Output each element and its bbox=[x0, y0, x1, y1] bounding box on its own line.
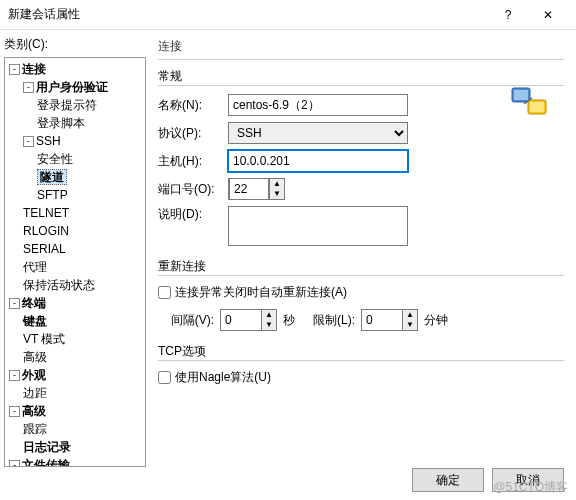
tree-auth[interactable]: 用户身份验证 bbox=[36, 80, 108, 94]
port-input[interactable] bbox=[229, 178, 269, 200]
tree-login-prompt[interactable]: 登录提示符 bbox=[37, 96, 143, 114]
tree-toggle-icon[interactable]: - bbox=[23, 82, 34, 93]
window-title: 新建会话属性 bbox=[8, 6, 488, 23]
spin-up-icon[interactable]: ▲ bbox=[403, 310, 417, 320]
tree-login-script[interactable]: 登录脚本 bbox=[37, 114, 143, 132]
category-tree[interactable]: -连接 -用户身份验证 登录提示符 登录脚本 -SSH 安全性 隧道 bbox=[4, 57, 146, 467]
spin-up-icon[interactable]: ▲ bbox=[270, 179, 284, 189]
host-input[interactable] bbox=[228, 150, 408, 172]
group-tcp: TCP选项 bbox=[158, 343, 564, 360]
name-input[interactable] bbox=[228, 94, 408, 116]
protocol-label: 协议(P): bbox=[158, 125, 228, 142]
tree-keepalive[interactable]: 保持活动状态 bbox=[23, 276, 143, 294]
port-spinner[interactable]: ▲▼ bbox=[228, 178, 285, 200]
tree-logging[interactable]: 日志记录 bbox=[23, 438, 143, 456]
tree-ssh[interactable]: SSH bbox=[36, 134, 61, 148]
tree-proxy[interactable]: 代理 bbox=[23, 258, 143, 276]
spin-up-icon[interactable]: ▲ bbox=[262, 310, 276, 320]
tree-toggle-icon[interactable]: - bbox=[9, 370, 20, 381]
protocol-select[interactable]: SSH bbox=[228, 122, 408, 144]
tree-toggle-icon[interactable]: - bbox=[9, 460, 20, 467]
svg-rect-1 bbox=[514, 90, 528, 100]
limit-input[interactable] bbox=[362, 313, 402, 327]
tree-terminal[interactable]: 终端 bbox=[22, 296, 46, 310]
svg-rect-3 bbox=[530, 102, 544, 112]
name-label: 名称(N): bbox=[158, 97, 228, 114]
host-label: 主机(H): bbox=[158, 153, 228, 170]
group-general: 常规 bbox=[158, 68, 564, 85]
limit-label: 限制(L): bbox=[313, 312, 355, 329]
tree-advanced-term[interactable]: 高级 bbox=[23, 348, 143, 366]
spin-down-icon[interactable]: ▼ bbox=[403, 320, 417, 330]
category-label: 类别(C): bbox=[4, 36, 146, 53]
ok-button[interactable]: 确定 bbox=[412, 468, 484, 492]
tree-vtmode[interactable]: VT 模式 bbox=[23, 330, 143, 348]
limit-spinner[interactable]: ▲▼ bbox=[361, 309, 418, 331]
tree-telnet[interactable]: TELNET bbox=[23, 204, 143, 222]
group-reconnect: 重新连接 bbox=[158, 258, 564, 275]
panel-heading: 连接 bbox=[158, 38, 564, 55]
connection-icon bbox=[510, 86, 550, 122]
tree-trace[interactable]: 跟踪 bbox=[23, 420, 143, 438]
tree-appearance[interactable]: 外观 bbox=[22, 368, 46, 382]
port-label: 端口号(O): bbox=[158, 181, 228, 198]
close-button[interactable]: ✕ bbox=[528, 0, 568, 30]
tree-toggle-icon[interactable]: - bbox=[9, 406, 20, 417]
description-input[interactable] bbox=[228, 206, 408, 246]
minutes-label: 分钟 bbox=[424, 312, 448, 329]
titlebar: 新建会话属性 ? ✕ bbox=[0, 0, 576, 30]
tree-toggle-icon[interactable]: - bbox=[9, 298, 20, 309]
spin-down-icon[interactable]: ▼ bbox=[270, 189, 284, 199]
tree-security[interactable]: 安全性 bbox=[37, 150, 143, 168]
watermark: @51CTO博客 bbox=[493, 479, 568, 496]
tree-keyboard[interactable]: 键盘 bbox=[23, 312, 143, 330]
tree-serial[interactable]: SERIAL bbox=[23, 240, 143, 258]
tree-transfer[interactable]: 文件传输 bbox=[22, 458, 70, 467]
tree-tunnel[interactable]: 隧道 bbox=[37, 169, 67, 185]
tree-connection[interactable]: 连接 bbox=[22, 62, 46, 76]
nagle-checkbox[interactable] bbox=[158, 371, 171, 384]
tree-margin[interactable]: 边距 bbox=[23, 384, 143, 402]
auto-reconnect-label: 连接异常关闭时自动重新连接(A) bbox=[175, 284, 347, 301]
interval-spinner[interactable]: ▲▼ bbox=[220, 309, 277, 331]
desc-label: 说明(D): bbox=[158, 206, 228, 223]
tree-advanced[interactable]: 高级 bbox=[22, 404, 46, 418]
auto-reconnect-checkbox[interactable] bbox=[158, 286, 171, 299]
nagle-label: 使用Nagle算法(U) bbox=[175, 369, 271, 386]
help-button[interactable]: ? bbox=[488, 0, 528, 30]
tree-toggle-icon[interactable]: - bbox=[9, 64, 20, 75]
spin-down-icon[interactable]: ▼ bbox=[262, 320, 276, 330]
tree-sftp[interactable]: SFTP bbox=[37, 186, 143, 204]
seconds-label: 秒 bbox=[283, 312, 295, 329]
tree-rlogin[interactable]: RLOGIN bbox=[23, 222, 143, 240]
tree-toggle-icon[interactable]: - bbox=[23, 136, 34, 147]
interval-input[interactable] bbox=[221, 313, 261, 327]
interval-label: 间隔(V): bbox=[158, 312, 214, 329]
